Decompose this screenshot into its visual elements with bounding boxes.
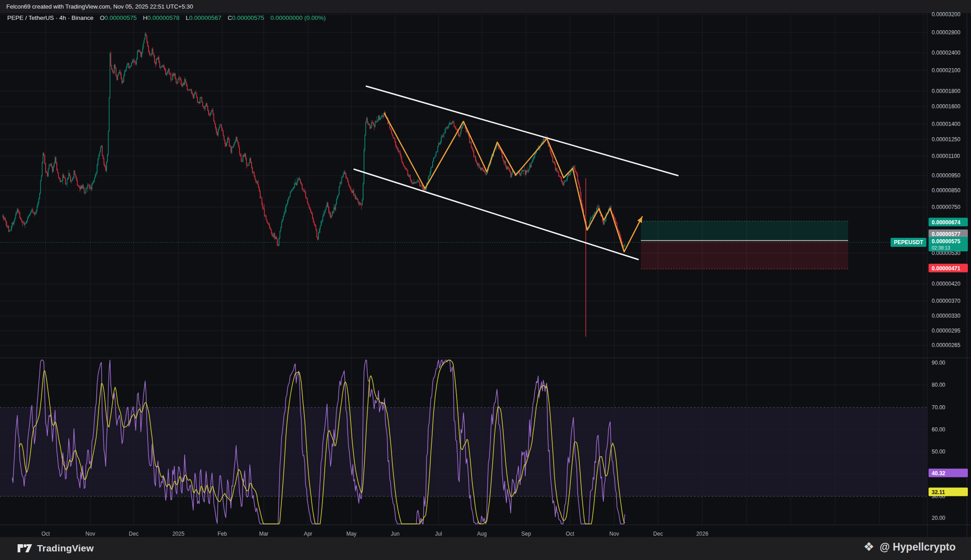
- position-loss-zone[interactable]: [641, 241, 848, 269]
- price-tick: 0.00000420: [932, 281, 960, 287]
- watermark-handle: @ Hypellcrypto: [880, 541, 956, 553]
- current-price-label: 0.0000057502:38:13: [929, 237, 968, 251]
- low-value: 0.00000567: [189, 14, 221, 21]
- time-label-2025[interactable]: 2025: [173, 531, 185, 537]
- price-tick: 0.00002800: [932, 29, 960, 36]
- price-tick: 0.00002400: [932, 50, 960, 56]
- price-tick: 0.00001100: [932, 153, 960, 159]
- price-tick: 0.00001400: [932, 121, 960, 127]
- watermark: ❖ @ Hypellcrypto: [864, 541, 956, 553]
- price-tick: 0.00000265: [932, 342, 960, 348]
- price-tick: 0.00001800: [932, 88, 960, 94]
- price-tick: 0.00000330: [932, 313, 960, 319]
- time-label-2026[interactable]: 2026: [696, 531, 709, 537]
- tradingview-logo-text: TradingView: [37, 543, 94, 554]
- price-tick: 0.00001250: [932, 136, 960, 143]
- time-label-jun[interactable]: Jun: [391, 531, 399, 537]
- time-label-oct[interactable]: Oct: [42, 531, 50, 537]
- time-label-may[interactable]: May: [346, 531, 357, 537]
- diamond-icon: ❖: [864, 541, 874, 553]
- price-tick: 0.00000295: [932, 328, 960, 334]
- candle-bodies-down: [4, 33, 623, 247]
- price-tick: 0.00000850: [932, 187, 960, 194]
- price-tick: 0.00000950: [932, 172, 960, 179]
- projection-zigzag[interactable]: [384, 113, 642, 252]
- tradingview-logo[interactable]: TradingView: [17, 542, 94, 554]
- symbol-title[interactable]: PEPE / TetherUS · 4h · Binance: [7, 14, 93, 21]
- price-tick: 0.00001600: [932, 103, 960, 110]
- rsi-tick: 80.00: [932, 382, 945, 388]
- stop-price-label: 0.00000471: [929, 264, 968, 273]
- price-tick: 0.00000370: [932, 298, 960, 304]
- time-label-mar[interactable]: Mar: [259, 531, 269, 537]
- time-label-dec[interactable]: Dec: [653, 531, 663, 537]
- rsi-value-label: 40.32: [929, 469, 968, 477]
- rsi-ma-value-label: 32.11: [929, 488, 968, 496]
- time-label-nov[interactable]: Nov: [609, 531, 619, 537]
- open-label: O: [100, 14, 105, 21]
- change-value: 0.00000000 (0.00%): [271, 14, 326, 21]
- high-label: H: [143, 14, 147, 21]
- close-value: 0.00000575: [232, 14, 264, 21]
- high-value: 0.00000578: [147, 14, 179, 21]
- price-tick: 0.00002100: [932, 67, 960, 74]
- tradingview-logo-icon: [17, 542, 33, 554]
- low-label: L: [186, 14, 189, 21]
- time-label-feb[interactable]: Feb: [218, 531, 227, 537]
- footer-bar: TradingView ❖ @ Hypellcrypto: [0, 537, 971, 560]
- symbol-legend[interactable]: PEPE / TetherUS · 4h · Binance O0.000005…: [7, 14, 326, 21]
- candle-wicks-down: [4, 32, 623, 248]
- open-value: 0.00000575: [104, 14, 136, 21]
- rsi-tick: 20.00: [932, 515, 945, 521]
- snapshot-title-bar: Felcon69 created with TradingView.com, N…: [0, 0, 971, 13]
- channel-upper-trendline[interactable]: [366, 86, 678, 176]
- price-tick: 0.00003200: [932, 11, 960, 18]
- price-tick: 0.00000750: [932, 204, 960, 210]
- target-price-label: 0.00000674: [929, 218, 968, 227]
- chart-canvas[interactable]: [0, 13, 971, 537]
- time-label-jul[interactable]: Jul: [435, 531, 442, 537]
- rsi-tick: 70.00: [932, 404, 945, 411]
- time-label-oct[interactable]: Oct: [566, 531, 574, 537]
- time-label-sep[interactable]: Sep: [521, 531, 531, 537]
- time-label-apr[interactable]: Apr: [304, 531, 313, 537]
- candle-wicks-up: [3, 32, 625, 248]
- position-profit-zone[interactable]: [641, 221, 848, 241]
- rsi-tick: 90.00: [932, 360, 945, 366]
- close-label: C: [228, 14, 232, 21]
- candle-bodies-up: [3, 33, 625, 247]
- countdown-timer: 02:38:13: [932, 245, 966, 250]
- time-label-dec[interactable]: Dec: [129, 531, 138, 537]
- time-label-nov[interactable]: Nov: [85, 531, 95, 537]
- price-line-symbol-label: PEPEUSDT: [891, 238, 926, 247]
- rsi-tick: 60.00: [932, 426, 945, 433]
- time-label-aug[interactable]: Aug: [477, 531, 486, 537]
- chart-area[interactable]: PEPE / TetherUS · 4h · Binance O0.000005…: [0, 13, 971, 537]
- rsi-tick: 50.00: [932, 449, 945, 455]
